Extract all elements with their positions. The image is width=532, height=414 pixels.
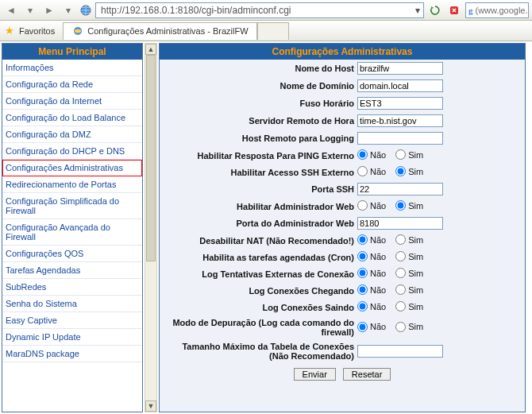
radio-nao[interactable]	[357, 149, 368, 160]
radio-nao[interactable]	[357, 234, 368, 245]
form-label: Host Remoto para Logging	[160, 130, 356, 147]
form-label: Nome do Host	[160, 60, 356, 77]
radio-nao[interactable]	[357, 284, 368, 295]
sidebar-item[interactable]: Redirecionamento de Portas	[2, 176, 142, 193]
forward-icon[interactable]: ►	[41, 2, 57, 18]
radio-group: NãoSim	[357, 200, 431, 211]
forward-dropdown-icon[interactable]: ▾	[60, 2, 76, 18]
radio-sim[interactable]	[395, 322, 406, 332]
radio-label: Não	[370, 302, 386, 311]
text-input[interactable]	[357, 62, 443, 75]
reset-button[interactable]: Resetar	[343, 368, 391, 381]
tab-active[interactable]: Configurações Administrativas - BrazilFW	[63, 22, 256, 40]
sidebar-item[interactable]: Configuração do DHCP e DNS	[2, 143, 142, 160]
radio-group: NãoSim	[357, 149, 431, 160]
radio-nao[interactable]	[357, 322, 368, 332]
submit-button[interactable]: Enviar	[294, 368, 336, 381]
sidebar-item[interactable]: Configuração do Load Balance	[2, 110, 142, 126]
radio-sim[interactable]	[395, 149, 406, 160]
inner-scrollbar[interactable]: ▲ ▼	[145, 43, 157, 412]
url-input[interactable]	[99, 4, 415, 17]
favorites-label[interactable]: Favoritos	[19, 26, 55, 36]
sidebar-menu: Menu Principal InformaçõesConfiguração d…	[2, 43, 143, 412]
radio-group: NãoSim	[357, 268, 431, 278]
tab-strip: Configurações Administrativas - BrazilFW	[63, 22, 288, 40]
form-control-cell: NãoSim	[356, 164, 525, 180]
radio-nao[interactable]	[357, 200, 368, 211]
form-row: Nome do Host	[160, 60, 525, 77]
sidebar-item[interactable]: Dynamic IP Update	[2, 329, 142, 346]
radio-nao[interactable]	[357, 268, 368, 278]
radio-sim[interactable]	[395, 301, 406, 311]
form-label: Habilitar Resposta Para PING Externo	[160, 147, 356, 164]
address-bar[interactable]: ▾	[95, 2, 424, 18]
sidebar-item[interactable]: Configuração da Rede	[2, 76, 142, 93]
sidebar-item[interactable]: Configuração Simplificada do Firewall	[2, 193, 142, 219]
sidebar-item[interactable]: Tarefas Agendadas	[2, 262, 142, 279]
text-input[interactable]	[357, 345, 443, 358]
sidebar-item[interactable]: Configuração da DMZ	[2, 126, 142, 143]
search-box[interactable]: g (www.google.c	[465, 2, 529, 18]
sidebar-item[interactable]: Senha do Sistema	[2, 296, 142, 312]
radio-nao[interactable]	[357, 166, 368, 176]
sidebar-item[interactable]: Easy Captive	[2, 312, 142, 329]
radio-sim[interactable]	[395, 234, 406, 245]
back-dropdown-icon[interactable]: ▾	[22, 2, 38, 18]
sidebar-item[interactable]: Configuração da Internet	[2, 93, 142, 110]
search-placeholder: (www.google.c	[476, 6, 530, 15]
radio-sim[interactable]	[395, 268, 406, 278]
radio-nao[interactable]	[357, 301, 368, 311]
refresh-icon[interactable]	[427, 2, 443, 18]
page-content: Menu Principal InformaçõesConfiguração d…	[0, 41, 532, 414]
text-input[interactable]	[357, 183, 443, 195]
radio-sim[interactable]	[395, 251, 406, 261]
scroll-up-icon[interactable]: ▲	[145, 44, 156, 55]
form-label: Servidor Remoto de Hora	[160, 112, 356, 130]
radio-label: Sim	[408, 150, 423, 160]
address-dropdown-icon[interactable]: ▾	[415, 5, 420, 16]
radio-label: Não	[370, 252, 386, 261]
form-row: Habilita as tarefas agendadas (Cron)NãoS…	[160, 249, 525, 265]
sidebar-item[interactable]: SubRedes	[2, 279, 142, 296]
form-row: Desabilitar NAT (Não Recomendado!)NãoSim	[160, 232, 525, 249]
form-row: Tamanho Máximo da Tabela de Conexões (Nã…	[160, 339, 525, 363]
sidebar-item[interactable]: Configuração Avançada do Firewall	[2, 219, 142, 246]
text-input[interactable]	[357, 217, 443, 230]
form-control-cell: NãoSim	[356, 265, 525, 282]
tab-new[interactable]	[257, 22, 289, 40]
text-input[interactable]	[357, 114, 443, 127]
radio-group: NãoSim	[357, 251, 431, 261]
scroll-down-icon[interactable]: ▼	[145, 400, 156, 412]
radio-group: NãoSim	[357, 322, 431, 332]
sidebar-item[interactable]: Configurações QOS	[2, 246, 142, 262]
sidebar-item[interactable]: Configurações Administrativas	[2, 160, 142, 176]
form-label: Habilita as tarefas agendadas (Cron)	[160, 249, 356, 265]
radio-label: Sim	[408, 302, 423, 311]
sidebar-item[interactable]: MaraDNS package	[2, 346, 142, 362]
radio-sim[interactable]	[395, 284, 406, 295]
form-row: Log Tentativas Externas de ConexãoNãoSim	[160, 265, 525, 282]
star-icon[interactable]: ★	[5, 25, 14, 37]
text-input[interactable]	[357, 132, 443, 145]
stop-icon[interactable]	[446, 2, 462, 18]
form-control-cell	[356, 180, 525, 198]
radio-sim[interactable]	[395, 166, 406, 176]
radio-sim[interactable]	[395, 200, 406, 211]
radio-label: Sim	[408, 235, 423, 245]
text-input[interactable]	[357, 97, 443, 110]
radio-label: Não	[370, 235, 386, 245]
sidebar-item[interactable]: Informações	[2, 60, 142, 76]
form-row: Habilitar Administrador WebNãoSim	[160, 198, 525, 215]
radio-label: Não	[370, 201, 386, 211]
form-row: Fuso Horário	[160, 95, 525, 112]
radio-label: Sim	[408, 285, 423, 295]
back-icon[interactable]: ◄	[3, 2, 19, 18]
text-input[interactable]	[357, 79, 443, 92]
radio-nao[interactable]	[357, 251, 368, 261]
form-row: Nome de Domínio	[160, 77, 525, 95]
radio-label: Não	[370, 269, 386, 278]
favorites-bar: ★ Favoritos Configurações Administrativa…	[0, 21, 532, 41]
form-control-cell: NãoSim	[356, 282, 525, 299]
form-control-cell	[356, 77, 525, 95]
scroll-thumb[interactable]	[146, 55, 156, 261]
